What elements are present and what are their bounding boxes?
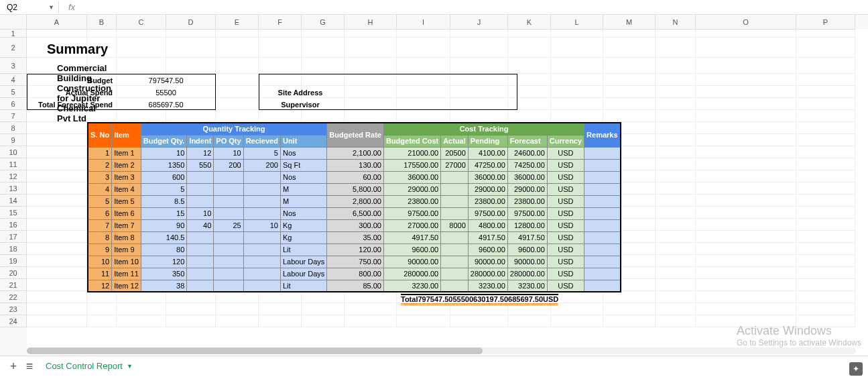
cell[interactable]: 3230.00	[383, 280, 440, 292]
cell[interactable]: 10	[141, 147, 187, 159]
cell[interactable]: 15	[141, 207, 187, 219]
cell[interactable]	[584, 280, 621, 292]
cell[interactable]: USD	[547, 268, 584, 280]
cell[interactable]: USD	[547, 147, 584, 159]
row-header[interactable]: 18	[0, 243, 27, 255]
column-header[interactable]: L	[551, 15, 603, 30]
cell[interactable]: Item 5	[112, 195, 141, 207]
cell[interactable]	[584, 195, 621, 207]
cell[interactable]: 97500.00	[468, 207, 507, 219]
cell[interactable]: USD	[547, 256, 584, 268]
cell[interactable]: 6,500.00	[327, 207, 384, 219]
cell[interactable]: 300.00	[327, 219, 384, 231]
row-header[interactable]: 14	[0, 195, 27, 207]
cell[interactable]: Item 7	[112, 219, 141, 231]
cell[interactable]: 5	[141, 183, 187, 195]
cell[interactable]: Lit	[280, 244, 326, 256]
cell[interactable]: 130.00	[327, 159, 384, 171]
column-header[interactable]: H	[345, 15, 397, 30]
formula-input[interactable]	[80, 1, 868, 13]
row-header[interactable]: 3	[0, 58, 27, 74]
cell[interactable]: 21000.00	[383, 147, 440, 159]
cell[interactable]: 47250.00	[468, 159, 507, 171]
cell[interactable]	[187, 256, 214, 268]
cell[interactable]	[214, 256, 243, 268]
cell[interactable]: 12	[187, 147, 214, 159]
cell[interactable]: Item 1	[112, 147, 141, 159]
horizontal-scrollbar[interactable]	[27, 346, 856, 356]
select-all-corner[interactable]	[0, 15, 27, 30]
cell[interactable]: 2	[88, 159, 112, 171]
column-header[interactable]: B	[87, 15, 117, 30]
cell[interactable]: 12	[88, 280, 112, 292]
cell[interactable]: Sq Ft	[280, 159, 326, 171]
cell[interactable]	[187, 231, 214, 244]
cell[interactable]: Nos	[280, 147, 326, 159]
cell[interactable]: Nos	[280, 171, 326, 183]
cell[interactable]: 8.5	[141, 195, 187, 207]
cell[interactable]: 350	[141, 268, 187, 280]
cell[interactable]: 11	[88, 268, 112, 280]
cell[interactable]: 5,800.00	[327, 183, 384, 195]
row-header[interactable]: 4	[0, 74, 27, 86]
cell[interactable]	[584, 219, 621, 231]
cell[interactable]: Lit	[280, 280, 326, 292]
cell[interactable]: Item 10	[112, 256, 141, 268]
cell[interactable]: 80	[141, 244, 187, 256]
cell[interactable]: 10	[88, 256, 112, 268]
cell[interactable]: 12800.00	[507, 219, 547, 231]
cell[interactable]: 1350	[141, 159, 187, 171]
column-header[interactable]: P	[796, 15, 855, 30]
cell[interactable]: 750.00	[327, 256, 384, 268]
cell[interactable]: 4100.00	[468, 147, 507, 159]
cell[interactable]: M	[280, 195, 326, 207]
cell[interactable]: 40	[187, 219, 214, 231]
cell[interactable]: 36000.00	[468, 171, 507, 183]
cell[interactable]	[214, 280, 243, 292]
cell[interactable]: 4	[88, 183, 112, 195]
cell[interactable]	[243, 280, 280, 292]
sheet-tab-dropdown-icon[interactable]: ▼	[127, 363, 133, 370]
cell[interactable]: 9	[88, 244, 112, 256]
row-header[interactable]: 21	[0, 279, 27, 291]
cell[interactable]: 29000.00	[507, 183, 547, 195]
cell[interactable]	[584, 207, 621, 219]
column-header[interactable]: D	[166, 15, 216, 30]
cell[interactable]	[243, 256, 280, 268]
cell[interactable]	[584, 183, 621, 195]
cell[interactable]: 175500.00	[383, 159, 440, 171]
cell[interactable]	[441, 256, 469, 268]
column-header[interactable]: M	[603, 15, 656, 30]
row-header[interactable]: 12	[0, 170, 27, 182]
cell[interactable]: 10	[243, 219, 280, 231]
cell[interactable]: 280000.00	[468, 268, 507, 280]
cell[interactable]: 38	[141, 280, 187, 292]
cell[interactable]: 8000	[441, 219, 469, 231]
cell[interactable]: 550	[187, 159, 214, 171]
cell[interactable]: 24600.00	[507, 147, 547, 159]
cell[interactable]: 2,800.00	[327, 195, 384, 207]
cell[interactable]: 5	[243, 147, 280, 159]
cell[interactable]: 10	[214, 147, 243, 159]
cell[interactable]: 9600.00	[383, 244, 440, 256]
add-sheet-button[interactable]: +	[5, 359, 21, 375]
cell[interactable]	[584, 244, 621, 256]
cell[interactable]: Item 4	[112, 183, 141, 195]
cell[interactable]: 2,100.00	[327, 147, 384, 159]
cell[interactable]	[441, 280, 469, 292]
cell[interactable]: 23800.00	[507, 195, 547, 207]
cell[interactable]: USD	[547, 231, 584, 244]
cell[interactable]: 800.00	[327, 268, 384, 280]
cell[interactable]	[214, 183, 243, 195]
name-box[interactable]	[4, 1, 44, 13]
row-header[interactable]: 23	[0, 303, 27, 315]
cells-area[interactable]: Summary Commercial Building Construction…	[27, 30, 868, 356]
cell[interactable]	[441, 207, 469, 219]
cell[interactable]: 60.00	[327, 171, 384, 183]
cell[interactable]	[214, 244, 243, 256]
cell[interactable]: Item 11	[112, 268, 141, 280]
cell[interactable]	[584, 231, 621, 244]
cell[interactable]: 5	[88, 195, 112, 207]
cell[interactable]: 27000	[441, 159, 469, 171]
cell[interactable]: USD	[547, 159, 584, 171]
